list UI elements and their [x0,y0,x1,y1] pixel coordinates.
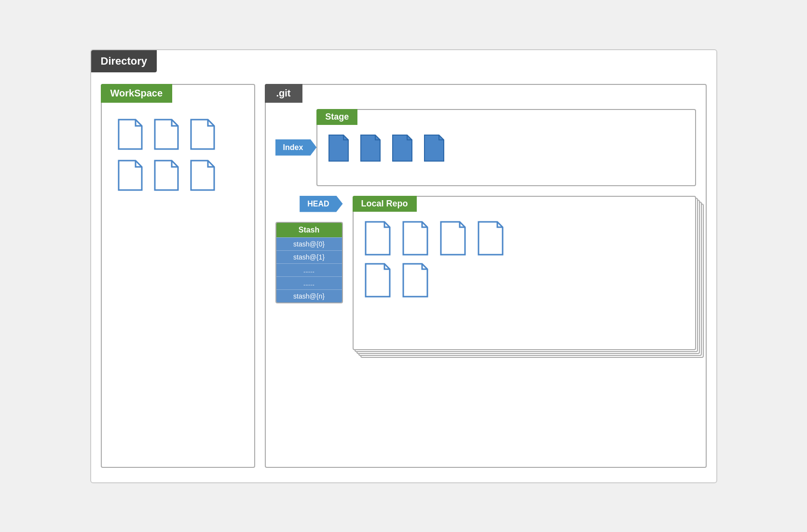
repo-file-4 [476,221,505,256]
repo-file-3 [438,221,467,256]
stash-item-1: stash@{1} [276,250,342,263]
stage-file-1 [327,134,350,162]
repo-files-row2 [363,263,685,298]
git-panel: .git Index Stage [265,84,707,468]
local-repo-label: Local Repo [353,196,417,212]
repo-files-row1 [363,221,685,256]
workspace-file-6 [189,160,215,191]
main-diagram: Directory WorkSpace [90,49,717,483]
repo-file-5 [363,263,392,298]
repo-left: HEAD Stash stash@{0} stash@{1} ...... ..… [275,196,343,303]
workspace-file-4 [116,160,143,191]
stage-label: Stage [316,109,357,125]
repo-file-2 [401,221,430,256]
workspace-file-3 [189,119,215,150]
directory-label: Directory [91,50,157,72]
repo-file-6 [401,263,430,298]
stash-item-n: stash@{n} [276,289,342,302]
stage-file-3 [391,134,414,162]
stage-section: Index Stage [275,109,696,186]
workspace-file-5 [152,160,179,191]
workspace-panel: WorkSpace [101,84,255,468]
workspace-file-1 [116,119,143,150]
stash-item-0: stash@{0} [276,237,342,250]
stage-file-2 [359,134,382,162]
repo-section: HEAD Stash stash@{0} stash@{1} ...... ..… [275,196,696,457]
head-arrow: HEAD [300,196,342,212]
workspace-file-2 [152,119,179,150]
stash-header: Stash [276,223,342,237]
workspace-label: WorkSpace [101,84,173,103]
local-repo-box: Local Repo [353,196,696,350]
stage-box: Stage [316,109,696,186]
content-area: WorkSpace [101,84,707,468]
stage-file-4 [423,134,446,162]
git-inner: Index Stage [275,109,696,457]
stash-item-dots-1: ...... [276,263,342,276]
head-arrow-wrapper: HEAD [300,196,342,212]
local-repo-stack: Local Repo [353,196,696,350]
stash-item-dots-2: ...... [276,276,342,289]
repo-file-1 [363,221,392,256]
workspace-files [111,109,245,201]
stage-files [327,134,685,162]
local-repo-files [363,221,685,298]
index-arrow: Index [275,139,317,156]
git-label: .git [265,84,302,103]
stash-box: Stash stash@{0} stash@{1} ...... ...... … [275,222,343,303]
